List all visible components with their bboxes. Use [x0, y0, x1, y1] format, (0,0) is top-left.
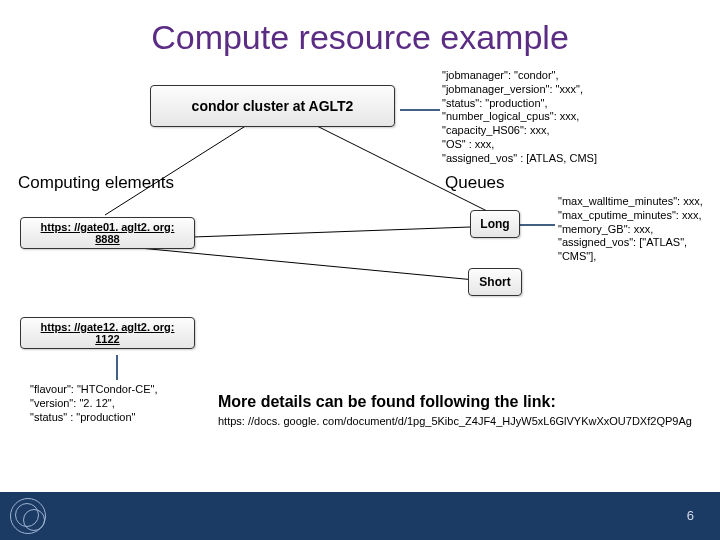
cern-logo-icon: [10, 498, 46, 534]
queue-long: Long: [470, 210, 520, 238]
slide-title: Compute resource example: [0, 0, 720, 65]
more-details-text: More details can be found following the …: [218, 393, 556, 411]
svg-line-3: [108, 245, 475, 280]
section-computing-elements: Computing elements: [18, 173, 174, 193]
ce-gate12[interactable]: https: //gate12. aglt2. org: 1122: [20, 317, 195, 349]
queue-long-props: "max_walltime_minutes": xxx, "max_cputim…: [558, 195, 720, 264]
queue-short: Short: [468, 268, 522, 296]
ce-gate01[interactable]: https: //gate01. aglt2. org: 8888: [20, 217, 195, 249]
section-queues: Queues: [445, 173, 505, 193]
diagram-canvas: condor cluster at AGLT2 "jobmanager": "c…: [0, 65, 720, 495]
svg-line-0: [105, 120, 255, 215]
docs-link[interactable]: https: //docs. google. com/document/d/1p…: [218, 415, 708, 427]
cluster-props: "jobmanager": "condor", "jobmanager_vers…: [442, 69, 702, 165]
ce-props: "flavour": "HTCondor-CE", "version": "2.…: [30, 383, 210, 424]
footer-bar: 6: [0, 492, 720, 540]
page-number: 6: [687, 508, 694, 523]
cluster-box: condor cluster at AGLT2: [150, 85, 395, 127]
